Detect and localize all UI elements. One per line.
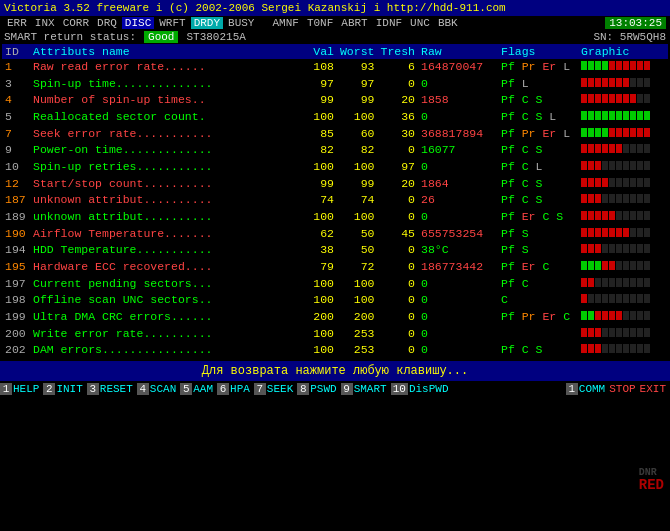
smart-table: ID Attributs name Val Worst Tresh Raw Fl… xyxy=(2,44,668,359)
cell-id: 9 xyxy=(2,142,30,159)
table-row: 200 Write error rate.......... 100 253 0… xyxy=(2,326,668,343)
key-4[interactable]: 4SCAN xyxy=(137,383,180,395)
cell-raw: 0 xyxy=(418,292,498,309)
menu-bbk[interactable]: BBK xyxy=(435,17,461,29)
cell-worst: 74 xyxy=(337,192,378,209)
cell-graphic xyxy=(578,159,668,176)
cell-val: 200 xyxy=(301,309,337,326)
menu-idnf[interactable]: IDNF xyxy=(373,17,405,29)
cell-raw: 186773442 xyxy=(418,259,498,276)
table-row: 202 DAM errors................ 100 253 0… xyxy=(2,342,668,359)
cell-raw: 0 xyxy=(418,276,498,293)
cell-worst: 99 xyxy=(337,92,378,109)
header-worst: Worst xyxy=(337,44,378,59)
key-9[interactable]: 9SMART xyxy=(341,383,391,395)
menu-abrt[interactable]: ABRT xyxy=(338,17,370,29)
header-flags: Flags xyxy=(498,44,578,59)
table-area: ID Attributs name Val Worst Tresh Raw Fl… xyxy=(0,44,670,359)
cell-name: Write error rate.......... xyxy=(30,326,301,343)
cell-flags: Pf C S xyxy=(498,92,578,109)
menu-amnf[interactable]: AMNF xyxy=(269,17,301,29)
cell-graphic xyxy=(578,259,668,276)
cell-raw: 26 xyxy=(418,192,498,209)
cell-raw: 0 xyxy=(418,159,498,176)
cell-val: 100 xyxy=(301,326,337,343)
cell-worst: 97 xyxy=(337,76,378,93)
table-row: 1 Raw read error rate...... 108 93 6 164… xyxy=(2,59,668,76)
key-6[interactable]: 6HPA xyxy=(217,383,254,395)
cell-raw: 655753254 xyxy=(418,226,498,243)
table-row: 5 Reallocated sector count. 100 100 36 0… xyxy=(2,109,668,126)
cell-worst: 50 xyxy=(337,242,378,259)
key-7[interactable]: 7SEEK xyxy=(254,383,297,395)
cell-val: 99 xyxy=(301,176,337,193)
cell-id: 197 xyxy=(2,276,30,293)
cell-val: 100 xyxy=(301,276,337,293)
menu-tonf[interactable]: T0NF xyxy=(304,17,336,29)
key-8[interactable]: 8PSWD xyxy=(297,383,340,395)
cell-val: 74 xyxy=(301,192,337,209)
cell-raw: 38°C xyxy=(418,242,498,259)
cell-id: 4 xyxy=(2,92,30,109)
menu-inx[interactable]: INX xyxy=(32,17,58,29)
st-code: ST380215A xyxy=(186,31,245,43)
header-val: Val xyxy=(301,44,337,59)
cell-raw: 16077 xyxy=(418,142,498,159)
cell-flags: Pf C S xyxy=(498,176,578,193)
menu-drq[interactable]: DRQ xyxy=(94,17,120,29)
cell-worst: 100 xyxy=(337,292,378,309)
cell-name: HDD Temperature........... xyxy=(30,242,301,259)
key-10[interactable]: 10DisPWD xyxy=(391,383,453,395)
key-2[interactable]: 2INIT xyxy=(43,383,86,395)
cell-tresh: 0 xyxy=(377,192,418,209)
cell-worst: 100 xyxy=(337,276,378,293)
table-header: ID Attributs name Val Worst Tresh Raw Fl… xyxy=(2,44,668,59)
key-5[interactable]: 5AAM xyxy=(180,383,217,395)
table-row: 194 HDD Temperature........... 38 50 0 3… xyxy=(2,242,668,259)
cell-graphic xyxy=(578,76,668,93)
cell-val: 99 xyxy=(301,92,337,109)
menu-busy[interactable]: BUSY xyxy=(225,17,257,29)
cell-id: 12 xyxy=(2,176,30,193)
key-1[interactable]: 1HELP xyxy=(0,383,43,395)
cell-tresh: 0 xyxy=(377,142,418,159)
cell-worst: 100 xyxy=(337,209,378,226)
cell-worst: 60 xyxy=(337,126,378,143)
table-body: 1 Raw read error rate...... 108 93 6 164… xyxy=(2,59,668,359)
table-row: 187 unknown attribut.......... 74 74 0 2… xyxy=(2,192,668,209)
key-stop[interactable]: STOP xyxy=(609,383,639,395)
table-row: 10 Spin-up retries........... 100 100 97… xyxy=(2,159,668,176)
cell-tresh: 36 xyxy=(377,109,418,126)
key-1comm[interactable]: 1COMM xyxy=(566,383,609,395)
cell-graphic xyxy=(578,126,668,143)
cell-name: Raw read error rate...... xyxy=(30,59,301,76)
menu-drdy[interactable]: DRDY xyxy=(191,17,223,29)
header-id: ID xyxy=(2,44,30,59)
menu-corr[interactable]: CORR xyxy=(60,17,92,29)
cell-tresh: 0 xyxy=(377,276,418,293)
cell-flags: Pf S xyxy=(498,242,578,259)
cell-raw: 1864 xyxy=(418,176,498,193)
cell-name: Hardware ECC recovered.... xyxy=(30,259,301,276)
table-row: 3 Spin-up time.............. 97 97 0 0 P… xyxy=(2,76,668,93)
bottom-message: Для возврата нажмите любую клавишу... xyxy=(0,361,670,381)
cell-flags: Pf L xyxy=(498,76,578,93)
cell-worst: 200 xyxy=(337,309,378,326)
table-row: 195 Hardware ECC recovered.... 79 72 0 1… xyxy=(2,259,668,276)
header-name: Attributs name xyxy=(30,44,301,59)
menu-disc[interactable]: DISC xyxy=(122,17,154,29)
cell-name: Offline scan UNC sectors.. xyxy=(30,292,301,309)
cell-tresh: 0 xyxy=(377,309,418,326)
cell-graphic xyxy=(578,92,668,109)
title-bar: Victoria 3.52 freeware i (c) 2002-2006 S… xyxy=(0,0,670,16)
cell-tresh: 6 xyxy=(377,59,418,76)
menu-err[interactable]: ERR xyxy=(4,17,30,29)
key-3[interactable]: 3RESET xyxy=(87,383,137,395)
menu-wrft[interactable]: WRFT xyxy=(156,17,188,29)
cell-id: 1 xyxy=(2,59,30,76)
cell-flags: Pf C xyxy=(498,276,578,293)
menu-unc[interactable]: UNC xyxy=(407,17,433,29)
cell-raw: 0 xyxy=(418,109,498,126)
cell-graphic xyxy=(578,292,668,309)
key-exit[interactable]: EXIT xyxy=(640,383,670,395)
